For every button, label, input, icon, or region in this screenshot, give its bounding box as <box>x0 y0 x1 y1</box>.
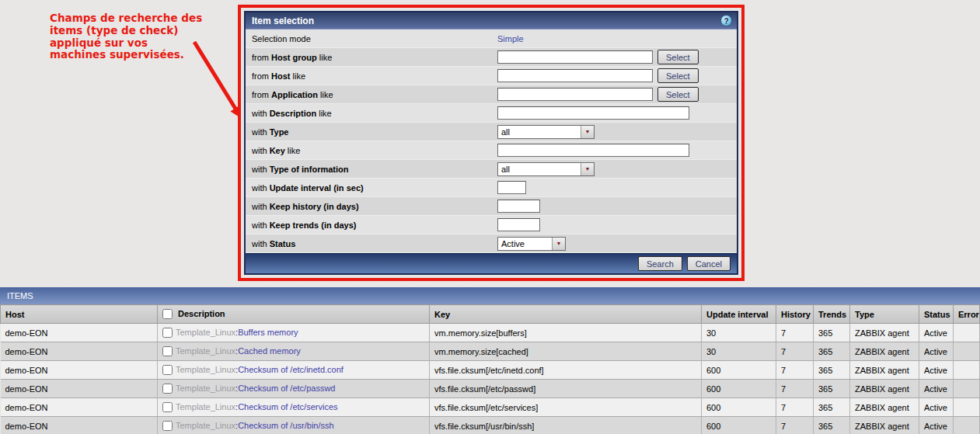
dialog-row-control: Active▼ <box>497 237 566 251</box>
status-link[interactable]: Active <box>919 417 954 434</box>
host-cell: demo-EON <box>1 324 158 342</box>
update-interval-cell: 30 <box>702 324 776 342</box>
items-table: Host Description Key Update interval His… <box>0 304 980 434</box>
dialog-row-label: with Status <box>252 239 497 248</box>
key-cell: vm.memory.size[cached] <box>430 342 702 361</box>
status-link[interactable]: Active <box>919 380 954 398</box>
dropdown-arrow-icon: ▼ <box>552 238 565 250</box>
dropdown-arrow-icon: ▼ <box>581 163 594 175</box>
col-header-key: Key <box>430 305 702 324</box>
label-text: from <box>252 53 271 62</box>
item-description-link[interactable]: Checksum of /usr/bin/ssh <box>238 421 334 430</box>
row-checkbox[interactable] <box>162 421 173 431</box>
keep-trends-input[interactable] <box>497 218 540 231</box>
dialog-row-label: with Update interval (in sec) <box>252 183 497 193</box>
description-like-input[interactable] <box>497 106 689 120</box>
history-cell: 7 <box>776 361 814 380</box>
dialog-row-update-interval: with Update interval (in sec) <box>246 179 737 197</box>
type-of-information-select[interactable]: all▼ <box>497 162 595 176</box>
table-row: demo-EON Template_Linux:Checksum of /etc… <box>1 380 980 398</box>
col-header-update-interval: Update interval <box>702 305 776 324</box>
host-like-select-button[interactable]: Select <box>657 68 699 83</box>
help-icon[interactable]: ? <box>720 15 732 26</box>
key-cell: vm.memory.size[buffers] <box>430 324 702 342</box>
host-group-like-input[interactable] <box>497 50 653 64</box>
description-cell: Template_Linux:Checksum of /etc/passwd <box>158 380 430 398</box>
dialog-row-control: Select <box>497 50 699 64</box>
history-cell: 7 <box>776 417 814 434</box>
description-cell: Template_Linux:Buffers memory <box>158 324 430 342</box>
row-checkbox[interactable] <box>162 328 173 338</box>
key-cell: vfs.file.cksum[/etc/inetd.conf] <box>430 361 702 380</box>
dialog-row-label: with Type of information <box>252 165 497 174</box>
dialog-row-label: from Application like <box>252 90 497 99</box>
dialog-title: Item selection <box>252 16 720 26</box>
error-cell <box>954 342 980 361</box>
status-link[interactable]: Active <box>919 398 954 417</box>
table-row: demo-EON Template_Linux:Buffers memory v… <box>1 324 980 342</box>
item-description-link[interactable]: Buffers memory <box>238 328 298 337</box>
item-description-link[interactable]: Checksum of /etc/passwd <box>238 384 335 393</box>
label-text: like <box>317 53 333 62</box>
items-section: ITEMS Host Description Key Update interv… <box>0 287 980 434</box>
description-cell: Template_Linux:Cached memory <box>158 342 430 361</box>
dialog-row-control <box>497 200 540 213</box>
label-text-bold: Application <box>271 90 318 99</box>
label-text: Selection mode <box>252 34 311 43</box>
status-link[interactable]: Active <box>919 361 954 380</box>
dialog-row-label: with Key like <box>252 146 497 155</box>
host-like-input[interactable] <box>497 69 653 82</box>
dialog-row-control: Simple <box>497 34 524 43</box>
selection-mode-link[interactable]: Simple <box>497 34 524 43</box>
application-like-select-button[interactable]: Select <box>657 87 699 102</box>
status-link[interactable]: Active <box>919 324 954 342</box>
col-header-error: Error <box>954 305 980 324</box>
dialog-row-label: with Keep trends (in days) <box>252 220 497 230</box>
dialog-row-control <box>497 106 689 120</box>
status-select-value: Active <box>498 238 552 250</box>
error-cell <box>954 324 980 342</box>
key-cell: vfs.file.cksum[/usr/bin/ssh] <box>430 417 702 434</box>
dialog-row-host-group-like: from Host group like Select <box>246 48 737 67</box>
template-name: Template_Linux <box>176 402 235 411</box>
label-text: from <box>252 71 271 81</box>
search-button[interactable]: Search <box>638 256 682 271</box>
status-link[interactable]: Active <box>919 342 954 361</box>
cancel-button[interactable]: Cancel <box>687 256 731 271</box>
update-interval-input[interactable] <box>497 181 526 194</box>
dialog-row-label: with Description like <box>252 109 497 118</box>
trends-cell: 365 <box>814 417 850 434</box>
row-checkbox[interactable] <box>162 384 173 394</box>
keep-history-input[interactable] <box>497 200 540 213</box>
label-text: with <box>252 109 270 118</box>
table-row: demo-EON Template_Linux:Checksum of /etc… <box>1 398 980 417</box>
status-select[interactable]: Active▼ <box>497 237 566 251</box>
item-description-link[interactable]: Checksum of /etc/services <box>238 402 337 411</box>
row-checkbox[interactable] <box>162 402 173 412</box>
type-cell: ZABBIX agent <box>850 380 919 398</box>
host-cell: demo-EON <box>1 417 158 434</box>
dialog-row-status: with Status Active▼ <box>246 234 737 253</box>
item-description-link[interactable]: Cached memory <box>238 346 301 356</box>
dialog-row-control: Select <box>497 68 699 83</box>
item-description-link[interactable]: Checksum of /etc/inetd.conf <box>238 365 344 374</box>
row-checkbox[interactable] <box>162 365 173 375</box>
select-all-checkbox[interactable] <box>162 309 173 319</box>
type-cell: ZABBIX agent <box>850 324 919 342</box>
row-checkbox[interactable] <box>162 346 173 356</box>
host-cell: demo-EON <box>1 398 158 417</box>
host-cell: demo-EON <box>1 361 158 380</box>
host-group-like-select-button[interactable]: Select <box>657 50 699 64</box>
dialog-form: Selection mode Simple from Host group li… <box>246 30 737 253</box>
label-text: with <box>252 146 270 155</box>
type-of-information-select-value: all <box>498 163 581 175</box>
dialog-row-keep-history: with Keep history (in days) <box>246 197 737 216</box>
label-text-bold: Keep history (in days) <box>270 202 359 211</box>
application-like-input[interactable] <box>497 88 653 101</box>
col-header-type: Type <box>850 305 919 324</box>
type-select[interactable]: all▼ <box>497 125 595 139</box>
table-row: demo-EON Template_Linux:Cached memory vm… <box>1 342 980 361</box>
key-like-input[interactable] <box>497 144 689 157</box>
page: Champs de recherche des items (type de c… <box>0 0 980 434</box>
table-row: demo-EON Template_Linux:Checksum of /usr… <box>1 417 980 434</box>
